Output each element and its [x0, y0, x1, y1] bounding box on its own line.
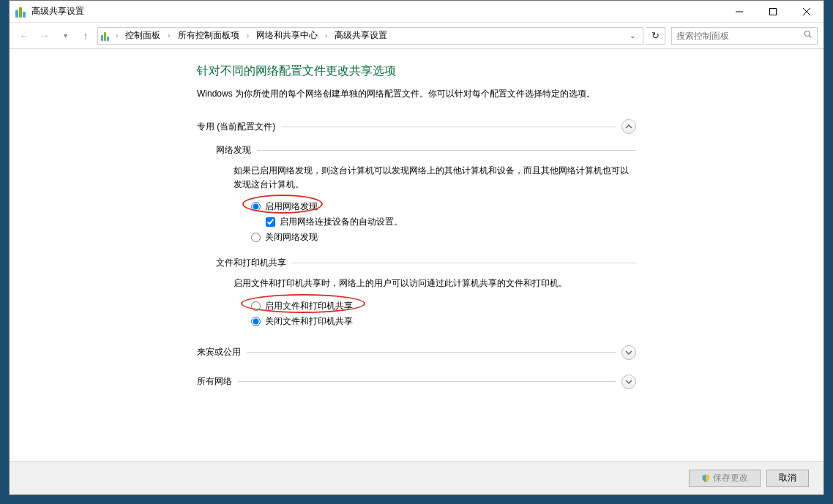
search-icon — [804, 30, 813, 41]
enable-network-discovery-radio[interactable]: 启用网络发现 — [251, 200, 636, 213]
navbar: ← → ▾ ↑ › 控制面板 › 所有控制面板项 › 网络和共享中心 › 高级共… — [10, 23, 823, 49]
svg-line-5 — [810, 36, 812, 38]
file-printer-sharing-header: 文件和打印机共享 — [216, 257, 636, 269]
refresh-button[interactable]: ↻ — [646, 27, 665, 45]
shield-icon — [701, 474, 710, 483]
breadcrumb-item[interactable]: 控制面板 — [122, 29, 163, 42]
breadcrumb-item[interactable]: 所有控制面板项 — [175, 29, 242, 42]
profile-all: 所有网络 — [197, 370, 636, 394]
radio-input[interactable] — [251, 317, 261, 326]
search-input[interactable] — [676, 31, 804, 41]
window-frame: 高级共享设置 ← → ▾ ↑ › 控制面板 › 所有控制面板项 — [9, 0, 824, 495]
page-description: Windows 为你所使用的每个网络创建单独的网络配置文件。你可以针对每个配置文… — [197, 88, 636, 100]
profile-guest-header[interactable]: 来宾或公用 — [197, 341, 636, 364]
svg-rect-1 — [770, 8, 777, 15]
disable-network-discovery-radio[interactable]: 关闭网络发现 — [251, 231, 636, 244]
button-label: 保存更改 — [713, 472, 748, 484]
profile-private: 专用 (当前配置文件) 网络发现 如果已启用网络发现，则这台计算机可以发现网络上… — [197, 115, 636, 328]
divider — [292, 263, 636, 263]
profile-guest-label: 来宾或公用 — [197, 346, 241, 358]
chevron-right-icon: › — [166, 31, 171, 40]
profile-private-label: 专用 (当前配置文件) — [197, 121, 275, 133]
auto-setup-checkbox[interactable]: 启用网络连接设备的自动设置。 — [266, 216, 636, 228]
checkbox-input[interactable] — [266, 217, 275, 227]
footer: 保存更改 取消 — [10, 461, 823, 494]
cancel-button[interactable]: 取消 — [766, 470, 809, 487]
network-discovery-section: 网络发现 如果已启用网络发现，则这台计算机可以发现网络上的其他计算机和设备，而且… — [216, 144, 636, 244]
radio-label: 启用文件和打印机共享 — [265, 300, 353, 312]
network-discovery-title: 网络发现 — [216, 144, 251, 157]
divider — [238, 381, 616, 382]
network-discovery-desc: 如果已启用网络发现，则这台计算机可以发现网络上的其他计算机和设备，而且其他网络计… — [234, 164, 636, 192]
window-controls — [722, 1, 823, 22]
radio-input[interactable] — [251, 301, 261, 311]
save-changes-button[interactable]: 保存更改 — [689, 470, 761, 487]
divider — [281, 127, 616, 127]
content-area: 针对不同的网络配置文件更改共享选项 Windows 为你所使用的每个网络创建单独… — [10, 49, 823, 461]
enable-file-sharing-radio[interactable]: 启用文件和打印机共享 — [251, 300, 636, 312]
chevron-right-icon: › — [245, 31, 250, 40]
titlebar: 高级共享设置 — [10, 1, 823, 23]
file-printer-sharing-title: 文件和打印机共享 — [216, 257, 286, 269]
profile-all-header[interactable]: 所有网络 — [197, 370, 636, 394]
chevron-right-icon: › — [114, 31, 119, 40]
radio-input[interactable] — [251, 202, 261, 211]
expand-button[interactable] — [621, 375, 636, 389]
divider — [257, 150, 636, 151]
button-label: 取消 — [779, 472, 796, 484]
network-discovery-header: 网络发现 — [216, 144, 636, 157]
recent-locations-button[interactable]: ▾ — [56, 27, 74, 45]
breadcrumb-item[interactable]: 高级共享设置 — [332, 29, 390, 42]
radio-label: 关闭文件和打印机共享 — [265, 315, 353, 328]
address-bar[interactable]: › 控制面板 › 所有控制面板项 › 网络和共享中心 › 高级共享设置 ⌄ — [97, 27, 643, 45]
page-title: 针对不同的网络配置文件更改共享选项 — [197, 64, 636, 79]
minimize-button[interactable] — [722, 1, 756, 22]
profile-private-header[interactable]: 专用 (当前配置文件) — [197, 115, 636, 138]
radio-label: 关闭网络发现 — [265, 231, 318, 244]
expand-button[interactable] — [621, 345, 636, 360]
maximize-button[interactable] — [756, 1, 790, 22]
control-panel-icon — [101, 31, 111, 41]
collapse-button[interactable] — [621, 119, 636, 134]
radio-label: 启用网络发现 — [265, 200, 318, 213]
radio-input[interactable] — [251, 233, 261, 242]
svg-point-4 — [805, 31, 810, 37]
close-button[interactable] — [790, 1, 823, 22]
breadcrumb-item[interactable]: 网络和共享中心 — [253, 29, 321, 42]
back-button[interactable]: ← — [15, 27, 33, 45]
up-button[interactable]: ↑ — [77, 27, 94, 45]
profile-guest: 来宾或公用 — [197, 341, 636, 364]
app-icon — [15, 6, 27, 18]
checkbox-label: 启用网络连接设备的自动设置。 — [280, 216, 403, 228]
search-box[interactable] — [671, 27, 818, 45]
disable-file-sharing-radio[interactable]: 关闭文件和打印机共享 — [251, 315, 636, 328]
divider — [247, 352, 616, 353]
profile-all-label: 所有网络 — [197, 375, 232, 388]
file-printer-sharing-desc: 启用文件和打印机共享时，网络上的用户可以访问通过此计算机共享的文件和打印机。 — [234, 277, 636, 290]
chevron-right-icon: › — [324, 31, 329, 40]
file-printer-sharing-section: 文件和打印机共享 启用文件和打印机共享时，网络上的用户可以访问通过此计算机共享的… — [216, 257, 636, 327]
address-dropdown[interactable]: ⌄ — [625, 31, 640, 40]
window-title: 高级共享设置 — [31, 5, 84, 18]
forward-button[interactable]: → — [36, 27, 53, 45]
